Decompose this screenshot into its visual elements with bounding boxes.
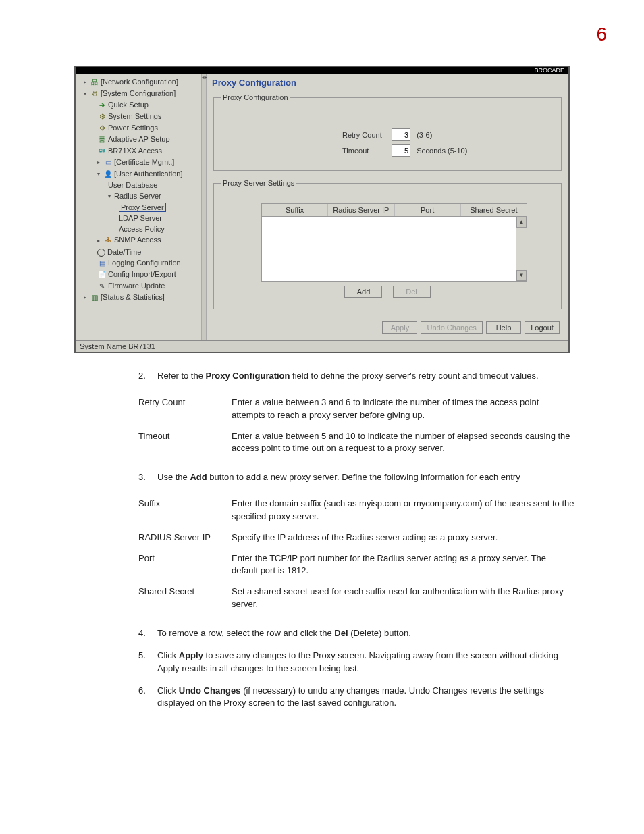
proxy-server-settings-group: Proxy Server Settings Suffix Radius Serv… bbox=[213, 179, 562, 309]
del-button[interactable]: Del bbox=[393, 286, 431, 298]
table-scrollbar[interactable]: ▲ ▼ bbox=[516, 217, 527, 281]
content-pane: Proxy Configuration Proxy Configuration … bbox=[207, 74, 568, 340]
def-term: RADIUS Server IP bbox=[138, 527, 232, 548]
definition-table-2: SuffixEnter the domain suffix (such as m… bbox=[138, 494, 580, 615]
step-5: 5. Click Apply to save any changes to th… bbox=[138, 650, 580, 675]
user-icon: 👤 bbox=[103, 169, 113, 180]
retry-count-input[interactable] bbox=[392, 128, 410, 141]
tree-snmp[interactable]: ▸🖧SNMP Access bbox=[78, 234, 200, 246]
tree-br71xx[interactable]: 🖳BR71XX Access bbox=[78, 145, 200, 157]
status-bar: System Name BR7131 bbox=[76, 340, 568, 352]
cert-icon: ▭ bbox=[103, 157, 113, 168]
undo-changes-button[interactable]: Undo Changes bbox=[421, 321, 482, 334]
logout-button[interactable]: Logout bbox=[525, 321, 560, 334]
def-term: Suffix bbox=[138, 494, 232, 527]
tree-quick-setup[interactable]: ➔Quick Setup bbox=[78, 99, 200, 111]
tree-proxy-server[interactable]: Proxy Server bbox=[78, 202, 200, 213]
col-suffix[interactable]: Suffix bbox=[262, 204, 328, 216]
stats-icon: ▥ bbox=[90, 292, 99, 303]
net-icon: 품 bbox=[97, 134, 107, 145]
tree-logging[interactable]: ▤Logging Configuration bbox=[78, 257, 200, 269]
retry-hint: (3-6) bbox=[417, 131, 432, 139]
def-term: Port bbox=[138, 548, 232, 582]
scroll-down-icon[interactable]: ▼ bbox=[516, 270, 527, 281]
action-bar: Apply Undo Changes Help Logout bbox=[212, 317, 563, 336]
tree-user-db[interactable]: User Database bbox=[78, 180, 200, 190]
app-screenshot: BROCADE ▸品[Network Configuration] ▾⚙[Sys… bbox=[74, 66, 570, 353]
device-icon: 🖳 bbox=[97, 146, 107, 157]
def-term: Shared Secret bbox=[138, 581, 232, 615]
step-4: 4. To remove a row, select the row and c… bbox=[138, 627, 580, 640]
step-2: 2. Refer to the Proxy Configuration fiel… bbox=[138, 370, 580, 383]
proxy-table[interactable]: Suffix Radius Server IP Port Shared Secr… bbox=[261, 203, 527, 282]
tree-ldap-server[interactable]: LDAP Server bbox=[78, 213, 200, 224]
col-port[interactable]: Port bbox=[395, 204, 461, 216]
import-export-icon: 📄 bbox=[97, 269, 107, 280]
tree-status-stats[interactable]: ▸▥[Status & Statistics] bbox=[78, 292, 200, 303]
nav-tree[interactable]: ▸品[Network Configuration] ▾⚙[System Conf… bbox=[76, 74, 201, 340]
def-desc: Enter a value between 3 and 6 to indicat… bbox=[232, 392, 580, 426]
brand-bar: BROCADE bbox=[76, 67, 568, 74]
col-radius-ip[interactable]: Radius Server IP bbox=[328, 204, 394, 216]
def-term: Timeout bbox=[138, 426, 232, 460]
document-body: 2. Refer to the Proxy Configuration fiel… bbox=[138, 370, 580, 710]
proxy-config-legend: Proxy Configuration bbox=[221, 93, 290, 101]
firmware-icon: ✎ bbox=[97, 281, 107, 292]
def-desc: Enter a value between 5 and 10 to indica… bbox=[232, 426, 580, 460]
gears-icon: ⚙ bbox=[90, 88, 99, 99]
step-number: 5. bbox=[138, 650, 157, 675]
step-number: 6. bbox=[138, 685, 157, 710]
arrow-icon: ➔ bbox=[97, 100, 107, 111]
timeout-hint: Seconds (5-10) bbox=[417, 147, 467, 155]
tree-datetime[interactable]: Date/Time bbox=[78, 246, 200, 257]
clock-icon bbox=[97, 249, 105, 257]
def-desc: Set a shared secret used for each suffix… bbox=[232, 581, 580, 615]
tree-cert-mgmt[interactable]: ▸▭[Certificate Mgmt.] bbox=[78, 157, 200, 168]
scroll-up-icon[interactable]: ▲ bbox=[516, 217, 527, 228]
step-6: 6. Click Undo Changes (if necessary) to … bbox=[138, 685, 580, 710]
tree-system-config[interactable]: ▾⚙[System Configuration] bbox=[78, 88, 200, 99]
def-desc: Specify the IP address of the Radius ser… bbox=[232, 527, 580, 548]
tree-adaptive-ap[interactable]: 품Adaptive AP Setup bbox=[78, 134, 200, 145]
def-desc: Enter the domain suffix (such as myisp.c… bbox=[232, 494, 580, 527]
step-3: 3. Use the Add button to add a new proxy… bbox=[138, 471, 580, 484]
gears-icon: ⚙ bbox=[97, 123, 107, 134]
tree-network-config[interactable]: ▸品[Network Configuration] bbox=[78, 76, 200, 88]
tree-user-auth[interactable]: ▾👤[User Authentication] bbox=[78, 168, 200, 180]
page-number: 6 bbox=[30, 24, 614, 45]
definition-table-1: Retry CountEnter a value between 3 and 6… bbox=[138, 392, 580, 459]
step-number: 2. bbox=[138, 370, 157, 383]
help-button[interactable]: Help bbox=[486, 321, 521, 334]
gears-icon: ⚙ bbox=[97, 111, 107, 122]
def-term: Retry Count bbox=[138, 392, 232, 426]
apply-button[interactable]: Apply bbox=[382, 321, 417, 334]
tree-power-settings[interactable]: ⚙Power Settings bbox=[78, 122, 200, 134]
col-shared-secret[interactable]: Shared Secret bbox=[461, 204, 527, 216]
step-number: 4. bbox=[138, 627, 157, 640]
splitter[interactable] bbox=[201, 74, 207, 340]
proxy-server-legend: Proxy Server Settings bbox=[221, 179, 296, 187]
add-button[interactable]: Add bbox=[344, 286, 382, 298]
step-number: 3. bbox=[138, 471, 157, 484]
proxy-config-group: Proxy Configuration Retry Count (3-6) Ti… bbox=[213, 93, 562, 171]
content-title: Proxy Configuration bbox=[212, 78, 563, 88]
tree-system-settings[interactable]: ⚙System Settings bbox=[78, 111, 200, 122]
snmp-icon: 🖧 bbox=[103, 235, 113, 246]
timeout-label: Timeout bbox=[342, 147, 390, 155]
timeout-input[interactable] bbox=[392, 144, 410, 157]
log-icon: ▤ bbox=[97, 258, 107, 269]
tree-radius-server[interactable]: ▾Radius Server bbox=[78, 190, 200, 202]
retry-count-label: Retry Count bbox=[342, 131, 390, 139]
network-icon: 品 bbox=[90, 77, 99, 88]
tree-config-import-export[interactable]: 📄Config Import/Export bbox=[78, 269, 200, 280]
def-desc: Enter the TCP/IP port number for the Rad… bbox=[232, 548, 580, 582]
tree-firmware[interactable]: ✎Firmware Update bbox=[78, 280, 200, 292]
tree-access-policy[interactable]: Access Policy bbox=[78, 224, 200, 234]
